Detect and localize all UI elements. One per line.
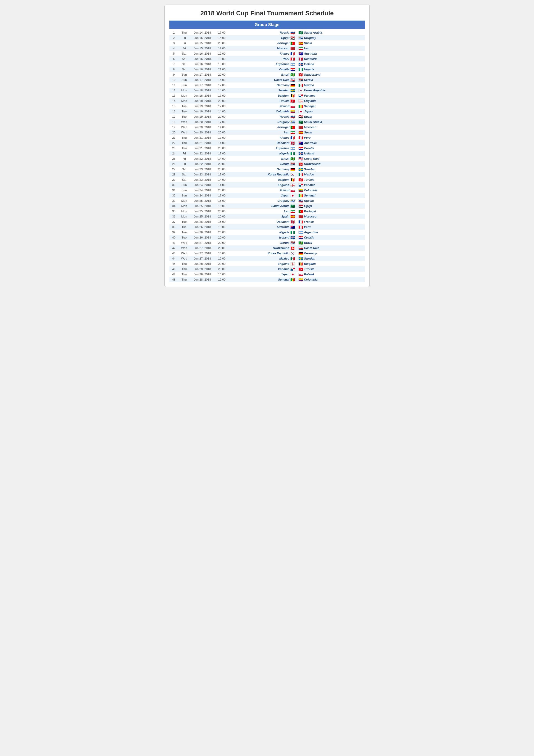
match-time: 17:00 [215, 193, 229, 198]
team2-cell: 🇪🇸 Spain [297, 130, 365, 135]
match-time: 18:00 [215, 56, 229, 62]
match-day: Tue [179, 114, 190, 119]
team1-name: Iran [284, 131, 290, 134]
team2-cell: 🇸🇪 Sweden [297, 167, 365, 172]
team1-name: Tunisia [279, 99, 289, 103]
team1-cell: Russia 🇷🇺 [229, 30, 297, 35]
team2-flag: 🇷🇸 [298, 78, 303, 82]
match-day: Tue [179, 109, 190, 114]
team1-name: Korea Republic [267, 252, 289, 255]
team1-name: Switzerland [273, 246, 289, 250]
table-row: 10 Sun Jun 17, 2018 14:00 Costa Rica 🇨🇷 … [169, 77, 365, 82]
team1-cell: Brazil 🇧🇷 [229, 156, 297, 161]
team2-flag: 🇫🇷 [298, 220, 303, 224]
team2-name: Mexico [304, 83, 314, 87]
team2-cell: 🇫🇷 France [297, 219, 365, 224]
match-date: Jun 28, 2018 [190, 272, 215, 277]
team1-cell: Brazil 🇧🇷 [229, 72, 297, 77]
team1-cell: Mexico 🇲🇽 [229, 256, 297, 261]
match-date: Jun 21, 2018 [190, 140, 215, 146]
match-date: Jun 28, 2018 [190, 266, 215, 272]
match-date: Jun 22, 2018 [190, 161, 215, 167]
match-num: 30 [169, 182, 179, 188]
team1-name: Croatia [279, 68, 290, 71]
team1-name: Serbia [280, 162, 290, 166]
match-date: Jun 16, 2018 [190, 67, 215, 72]
match-date: Jun 23, 2018 [190, 177, 215, 182]
match-time: 16:00 [215, 198, 229, 203]
match-day: Thu [179, 266, 190, 272]
team1-cell: Iran 🇮🇷 [229, 130, 297, 135]
team2-flag: 🇨🇭 [298, 162, 303, 166]
team2-flag: 🇯🇵 [298, 110, 303, 113]
match-day: Fri [179, 161, 190, 167]
match-date: Jun 25, 2018 [190, 203, 215, 208]
team2-name: Sweden [304, 168, 315, 171]
match-num: 41 [169, 240, 179, 245]
match-time: 20:00 [215, 72, 229, 77]
team2-cell: 🇦🇷 Argentina [297, 230, 365, 235]
team2-flag: 🇦🇺 [298, 142, 303, 145]
match-time: 20:00 [215, 167, 229, 172]
team1-name: Serbia [280, 241, 290, 244]
team1-name: Mexico [279, 257, 289, 260]
table-row: 5 Sat Jun 16, 2018 12:00 France 🇫🇷 🇦🇺 Au… [169, 51, 365, 56]
team1-flag: 🇳🇬 [290, 231, 295, 234]
match-time: 14:00 [215, 156, 229, 161]
match-time: 14:00 [215, 77, 229, 82]
team1-name: Nigeria [279, 152, 289, 155]
team1-name: Belgium [278, 178, 289, 181]
team1-cell: Japan 🇯🇵 [229, 193, 297, 198]
match-day: Sat [179, 67, 190, 72]
team1-cell: Tunisia 🇹🇳 [229, 98, 297, 103]
team1-cell: Morocco 🇲🇦 [229, 46, 297, 51]
match-date: Jun 23, 2018 [190, 172, 215, 177]
team1-name: Korea Republic [267, 173, 289, 176]
team1-flag: 🇨🇴 [290, 110, 295, 113]
match-num: 8 [169, 67, 179, 72]
team1-name: Russia [280, 31, 290, 34]
team2-name: Iran [304, 47, 310, 50]
team1-cell: England 🏴󠁧󠁢󠁥󠁮󠁧󠁿 [229, 261, 297, 266]
team2-cell: 🇨🇴 Colombia [297, 277, 365, 282]
team2-name: Costa Rica [304, 246, 319, 250]
match-num: 38 [169, 224, 179, 230]
match-date: Jun 15, 2018 [190, 40, 215, 46]
team1-name: Panama [278, 267, 290, 271]
team2-name: Tunisia [304, 178, 314, 181]
team1-name: Argentina [276, 62, 290, 66]
team2-name: Belgium [304, 262, 316, 265]
team2-cell: 🇨🇷 Costa Rica [297, 245, 365, 251]
table-row: 23 Thu Jun 21, 2018 20:00 Argentina 🇦🇷 🇭… [169, 146, 365, 151]
match-day: Mon [179, 203, 190, 208]
match-time: 20:00 [215, 266, 229, 272]
match-date: Jun 23, 2018 [190, 167, 215, 172]
team1-flag: 🇸🇳 [290, 278, 295, 281]
match-num: 27 [169, 167, 179, 172]
team1-flag: 🇵🇱 [290, 189, 295, 192]
table-row: 27 Sat Jun 23, 2018 20:00 Germany 🇩🇪 🇸🇪 … [169, 167, 365, 172]
match-day: Wed [179, 130, 190, 135]
team1-cell: Serbia 🇷🇸 [229, 240, 297, 245]
team2-flag: 🇨🇭 [298, 73, 303, 76]
match-date: Jun 26, 2018 [190, 219, 215, 224]
match-date: Jun 18, 2018 [190, 98, 215, 103]
table-row: 33 Mon Jun 25, 2018 16:00 Uruguay 🇺🇾 🇷🇺 … [169, 198, 365, 203]
team1-flag: 🇲🇽 [290, 257, 295, 260]
table-row: 39 Tue Jun 26, 2018 20:00 Nigeria 🇳🇬 🇦🇷 … [169, 230, 365, 235]
match-date: Jun 27, 2018 [190, 240, 215, 245]
team1-cell: Peru 🇵🇪 [229, 56, 297, 62]
match-date: Jun 16, 2018 [190, 51, 215, 56]
match-num: 20 [169, 130, 179, 135]
team2-flag: 🇮🇷 [298, 47, 303, 50]
team1-name: Denmark [277, 220, 290, 224]
match-num: 35 [169, 208, 179, 214]
team2-flag: 🇭🇷 [298, 147, 303, 150]
match-num: 32 [169, 193, 179, 198]
team1-name: Denmark [277, 141, 290, 145]
team1-name: Uruguay [277, 120, 290, 123]
team2-flag: 🇲🇦 [298, 215, 303, 218]
match-time: 14:00 [215, 35, 229, 40]
team1-cell: Japan 🇯🇵 [229, 272, 297, 277]
team1-name: Morocco [277, 47, 289, 50]
